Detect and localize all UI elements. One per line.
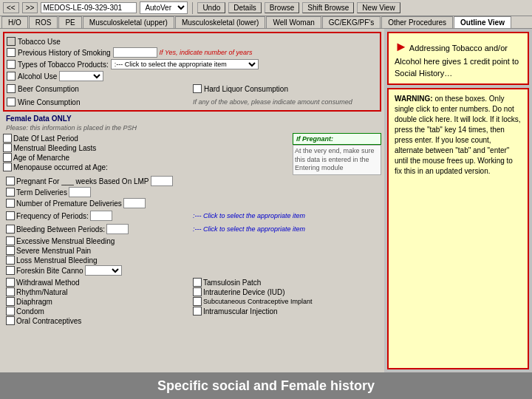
tab-musc-lower[interactable]: Musculoskeletal (lower) (175, 16, 265, 28)
term-deliveries-input[interactable] (69, 187, 91, 197)
tab-other[interactable]: Other Procedures (381, 16, 453, 28)
premature-row: Number of Premature Deliveries (6, 198, 381, 208)
term-deliveries-label: Term Deliveries (16, 188, 67, 197)
intramuscular-row: Intramuscular Injection (193, 307, 378, 316)
types-row: Types of Tobacco Products: :--- Click to… (7, 59, 378, 69)
tobacco-use-checkbox[interactable] (7, 37, 16, 46)
record-id-field[interactable] (41, 2, 137, 13)
details-btn[interactable]: Details (228, 2, 262, 13)
condom-row: Condom (6, 307, 191, 316)
oral-row: Oral Contraceptives (6, 316, 191, 325)
hard-liquor-checkbox[interactable] (193, 84, 202, 93)
withdrawal-label: Withdrawal Method (16, 279, 80, 287)
tobacco-callout-box: ►Addressing Tobacco and/or Alcohol here … (387, 32, 529, 85)
undo-btn[interactable]: Undo (197, 2, 225, 13)
severe-label: Severe Menstrual Pain (16, 247, 91, 255)
wine-checkbox[interactable] (7, 98, 16, 106)
menopause-row: Menopause occurred at Age: (3, 163, 290, 171)
frequency-input[interactable] (90, 211, 112, 221)
tab-outline[interactable]: Outline View (454, 16, 511, 28)
withdrawal-checkbox[interactable] (6, 278, 15, 287)
prev-smoking-checkbox[interactable] (7, 48, 16, 57)
tab-ros[interactable]: ROS (29, 16, 58, 28)
age-menarche-checkbox[interactable] (3, 153, 12, 162)
term-deliveries-checkbox[interactable] (6, 188, 15, 197)
loss-checkbox[interactable] (6, 256, 15, 265)
tamsulosin-label: Tamsulosin Patch (203, 279, 261, 287)
rhythm-label: Rhythm/Natural (16, 288, 67, 296)
subcut-label: Subcutaneous Contraceptive Implant (203, 298, 313, 305)
sep1 (192, 2, 193, 14)
alcohol-checkbox[interactable] (7, 72, 16, 81)
date-lp-checkbox[interactable] (3, 134, 12, 143)
pregnant-weeks-checkbox[interactable] (6, 177, 15, 185)
iud-label: Intrauterine Device (IUD) (203, 288, 285, 296)
subcut-checkbox[interactable] (193, 297, 202, 306)
tobacco-section: Tobacco Use Previous History of Smoking … (3, 32, 381, 112)
loss-row: Loss Menstrual Bleeding (6, 256, 378, 265)
bleeding-between-input[interactable] (106, 224, 129, 234)
foreskin-checkbox[interactable] (6, 266, 15, 275)
tab-ekg[interactable]: GC/EKG/PF's (322, 16, 381, 28)
other-methods-col: Tamsulosin Patch Intrauterine Device (IU… (193, 277, 378, 326)
pregnant-weeks-input[interactable] (151, 176, 173, 186)
female-left-col: Date Of Last Period Menstrual Bleeding L… (3, 133, 290, 175)
tab-pe[interactable]: PE (58, 16, 81, 28)
bleeding-between-checkbox[interactable] (6, 225, 15, 233)
premature-input[interactable] (123, 198, 146, 208)
new-view-btn[interactable]: New View (357, 2, 400, 13)
types-label: Types of Tobacco Products: (18, 61, 109, 69)
bleed-select-note: :--- Click to select the appropriate ite… (193, 225, 305, 233)
premature-checkbox[interactable] (6, 199, 15, 208)
excessive-checkbox[interactable] (6, 236, 15, 245)
types-dropdown[interactable]: :--- Click to select the appropriate ite… (111, 59, 259, 69)
smoking-years-input[interactable] (113, 47, 157, 58)
view-dropdown[interactable]: AutoVer (140, 1, 188, 14)
rhythm-checkbox[interactable] (6, 287, 15, 296)
female-main-grid: Date Of Last Period Menstrual Bleeding L… (3, 133, 381, 175)
if-yes-note: If Yes, indicate number of years (160, 49, 253, 56)
condom-checkbox[interactable] (6, 307, 15, 316)
form-panel: Tobacco Use Previous History of Smoking … (0, 29, 384, 372)
menopause-label: Menopause occurred at Age: (13, 163, 108, 171)
types-checkbox[interactable] (7, 60, 16, 69)
intramuscular-checkbox[interactable] (193, 307, 202, 316)
tobacco-use-label: Tobacco Use (18, 38, 61, 46)
tamsulosin-checkbox[interactable] (193, 278, 202, 287)
foreskin-dropdown[interactable] (85, 265, 122, 276)
nav-back-btn[interactable]: << (3, 2, 19, 13)
alcohol-row: Alcohol Use (7, 71, 378, 81)
subcut-row: Subcutaneous Contraceptive Implant (193, 297, 378, 306)
severe-checkbox[interactable] (6, 246, 15, 255)
tab-well-woman[interactable]: Well Woman (266, 16, 321, 28)
tobacco-callout-text: Addressing Tobacco and/or Alcohol here g… (395, 44, 519, 78)
alcohol-dropdown[interactable] (59, 71, 103, 81)
frequency-row: Frequency of Periods: (6, 211, 191, 221)
alcohol-label: Alcohol Use (18, 72, 57, 81)
oral-label: Oral Contraceptives (16, 317, 81, 325)
diaphragm-label: Diaphragm (16, 298, 52, 306)
frequency-label: Frequency of Periods: (16, 212, 89, 220)
prev-smoking-label: Previous History of Smoking (18, 49, 111, 57)
pregnant-weeks-label: Pregnant For ___ weeks Based On LMP (16, 177, 149, 185)
menstrual-symptoms: Excessive Menstrual Bleeding Severe Mens… (6, 236, 378, 276)
tab-ho[interactable]: H/O (1, 16, 28, 28)
bleeding-lasts-label: Menstrual Bleeding Lasts (13, 144, 96, 152)
frequency-checkbox[interactable] (6, 211, 15, 220)
hard-liquor-row: Hard Liquor Consumption (193, 84, 378, 93)
oral-checkbox[interactable] (6, 316, 15, 325)
menopause-checkbox[interactable] (3, 163, 12, 171)
female-title: Female Data ONLY (6, 115, 378, 123)
iud-checkbox[interactable] (193, 287, 202, 296)
freq-select-row: :--- Click to select the appropriate ite… (193, 211, 378, 221)
diaphragm-checkbox[interactable] (6, 297, 15, 306)
browse-btn[interactable]: Browse (265, 2, 299, 13)
birth-control-col: Withdrawal Method Rhythm/Natural Diaphra… (6, 277, 191, 326)
shift-browse-btn[interactable]: Shift Browse (302, 2, 354, 13)
beer-checkbox[interactable] (7, 84, 16, 93)
nav-fwd-btn[interactable]: >> (22, 2, 38, 13)
tab-musc-upper[interactable]: Musculoskeletal (upper) (83, 16, 174, 28)
female-note: Please: this information is placed in th… (6, 124, 378, 132)
bleeding-lasts-checkbox[interactable] (3, 143, 12, 152)
iud-row: Intrauterine Device (IUD) (193, 287, 378, 296)
